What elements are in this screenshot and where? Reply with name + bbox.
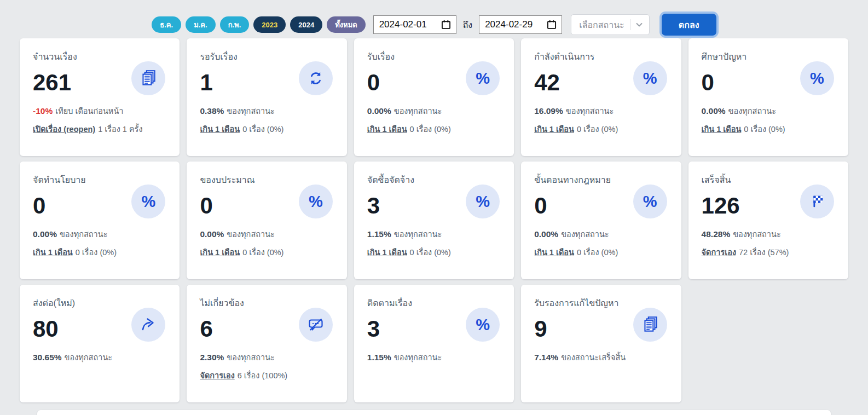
- card-stat-line: 1.15%ของทุกสถานะ: [367, 228, 501, 240]
- stat-card: ส่งต่อ(ใหม่) 80 30.65%ของทุกสถานะ: [20, 285, 180, 402]
- card-link-caption: 0 เรื่อง (0%): [242, 125, 283, 134]
- date-to-input[interactable]: [485, 19, 542, 30]
- stat-card: จัดทำนโยบาย 0 % 0.00%ของทุกสถานะ เกิน 1 …: [20, 162, 180, 279]
- card-link-caption: 0 เรื่อง (0%): [577, 248, 618, 257]
- card-stat-caption: ของทุกสถานะ: [728, 107, 777, 116]
- card-link-caption: 0 เรื่อง (0%): [744, 125, 785, 134]
- date-range-to-label: ถึง: [462, 18, 474, 32]
- date-from-input[interactable]: [379, 19, 436, 30]
- stat-card: รอรับเรื่อง 1 0.38%ของทุกสถานะ เกิน 1 เด…: [187, 38, 346, 156]
- filter-pill-5[interactable]: ทั้งหมด: [327, 16, 366, 33]
- sync-icon: [307, 70, 325, 87]
- card-link-line: เกิน 1 เดือน0 เรื่อง (0%): [534, 123, 668, 135]
- card-stat-caption: ของสถานะเสร็จสิ้น: [561, 353, 626, 362]
- stat-card: ติดตามเรื่อง 3 % 1.15%ของทุกสถานะ: [354, 285, 514, 402]
- submit-button[interactable]: ตกลง: [662, 14, 716, 36]
- card-link-line: เกิน 1 เดือน0 เรื่อง (0%): [367, 246, 501, 258]
- card-stat-percent: 30.65%: [33, 353, 62, 362]
- chevron-down-icon[interactable]: [635, 20, 644, 29]
- card-link[interactable]: เกิน 1 เดือน: [367, 248, 407, 257]
- card-link[interactable]: เกิน 1 เดือน: [534, 248, 574, 257]
- card-stat-line: 0.00%ของทุกสถานะ: [534, 228, 668, 240]
- card-stat-percent: 0.00%: [534, 229, 558, 239]
- card-stat-line: 7.14%ของสถานะเสร็จสิ้น: [534, 351, 668, 364]
- card-link[interactable]: เปิดเรื่อง (reopen): [33, 125, 95, 134]
- calendar-icon[interactable]: [546, 19, 557, 30]
- stat-card: รับเรื่อง 0 % 0.00%ของทุกสถานะ เกิน 1 เด…: [354, 38, 514, 156]
- card-link-line: เกิน 1 เดือน0 เรื่อง (0%): [200, 123, 333, 135]
- calendar-icon[interactable]: [441, 19, 452, 30]
- card-stat-caption: เทียบ เดือนก่อนหน้า: [55, 107, 123, 116]
- card-stat-percent: -10%: [33, 106, 53, 116]
- percent-icon: %: [476, 71, 490, 87]
- filter-pill-1[interactable]: ม.ค.: [186, 16, 216, 33]
- card-stat-line: 0.00%ของทุกสถานะ: [702, 105, 835, 117]
- card-link-caption: 0 เรื่อง (0%): [410, 125, 451, 134]
- card-stat-percent: 1.15%: [367, 229, 391, 239]
- filter-toolbar: ธ.ค.ม.ค.ก.พ.20232024ทั้งหมด ถึง เลือกสถา…: [0, 0, 868, 38]
- share-icon: [139, 315, 158, 334]
- card-stat-percent: 0.00%: [33, 229, 57, 239]
- stat-card: ไม่เกี่ยวข้อง 6 2.30%ของทุกสถานะ จัดการเ…: [187, 285, 346, 402]
- filter-pill-0[interactable]: ธ.ค.: [152, 16, 181, 33]
- status-select-placeholder: เลือกสถานะ: [579, 18, 624, 32]
- filter-pill-3[interactable]: 2023: [253, 16, 286, 33]
- card-link-caption: 0 เรื่อง (0%): [76, 248, 117, 257]
- percent-icon: %: [309, 194, 323, 210]
- filter-pill-2[interactable]: ก.พ.: [220, 16, 250, 33]
- card-stat-caption: ของทุกสถานะ: [227, 353, 275, 362]
- card-link-line: เกิน 1 เดือน0 เรื่อง (0%): [33, 246, 166, 258]
- stat-card: ศึกษาปัญหา 0 % 0.00%ของทุกสถานะ เกิน 1 เ…: [688, 38, 848, 156]
- card-link-line: เกิน 1 เดือน0 เรื่อง (0%): [367, 123, 501, 135]
- percent-icon: %: [476, 194, 490, 210]
- bottom-panel: [37, 410, 831, 415]
- card-stat-line: 0.00%ของทุกสถานะ: [200, 228, 333, 240]
- filter-pill-4[interactable]: 2024: [290, 16, 322, 33]
- card-link[interactable]: จัดการเอง: [200, 371, 234, 380]
- card-stat-caption: ของทุกสถานะ: [227, 107, 275, 116]
- card-link-line: เปิดเรื่อง (reopen)1 เรื่อง 1 ครั้ง: [33, 123, 166, 135]
- card-link-line: จัดการเอง72 เรื่อง (57%): [702, 246, 835, 258]
- card-stat-caption: ของทุกสถานะ: [227, 230, 275, 239]
- card-link[interactable]: เกิน 1 เดือน: [200, 125, 240, 134]
- card-stat-percent: 0.00%: [200, 229, 224, 239]
- card-stat-caption: ของทุกสถานะ: [394, 353, 442, 362]
- card-stat-caption: ของทุกสถานะ: [394, 107, 442, 116]
- card-stat-percent: 16.09%: [534, 106, 563, 116]
- flag-icon: [808, 193, 826, 210]
- stat-card: ของบประมาณ 0 % 0.00%ของทุกสถานะ เกิน 1 เ…: [187, 162, 346, 279]
- card-link-line: เกิน 1 เดือน0 เรื่อง (0%): [534, 246, 668, 258]
- card-link[interactable]: จัดการเอง: [702, 248, 736, 257]
- card-link[interactable]: เกิน 1 เดือน: [702, 125, 742, 134]
- card-stat-percent: 1.15%: [367, 353, 391, 362]
- card-stat-line: -10%เทียบ เดือนก่อนหน้า: [33, 105, 166, 117]
- card-link[interactable]: เกิน 1 เดือน: [534, 125, 574, 134]
- card-link[interactable]: เกิน 1 เดือน: [200, 248, 240, 257]
- card-stat-line: 16.09%ของทุกสถานะ: [534, 105, 668, 117]
- comment-slash-icon: [306, 315, 325, 334]
- card-stat-line: 0.38%ของทุกสถานะ: [200, 105, 333, 117]
- card-stat-line: 0.00%ของทุกสถานะ: [367, 105, 501, 117]
- card-stat-percent: 0.38%: [200, 106, 224, 116]
- card-link-caption: 0 เรื่อง (0%): [410, 248, 451, 257]
- card-link-line: เกิน 1 เดือน0 เรื่อง (0%): [200, 246, 333, 258]
- card-link[interactable]: เกิน 1 เดือน: [367, 125, 407, 134]
- card-link-caption: 0 เรื่อง (0%): [242, 248, 283, 257]
- stat-card: เสร็จสิ้น 126 48.28%ของทุกสถานะ จัดการเอ…: [688, 162, 848, 279]
- card-link-caption: 6 เรื่อง (100%): [238, 371, 287, 380]
- card-link-caption: 72 เรื่อง (57%): [739, 248, 789, 257]
- stat-card: รับรองการแก้ไขปัญหา 9 7.14%ของสถานะเสร็จ…: [521, 285, 681, 402]
- select-divider: [630, 19, 630, 30]
- card-link[interactable]: เกิน 1 เดือน: [33, 248, 73, 257]
- stat-card: จัดซื้อจัดจ้าง 3 % 1.15%ของทุกสถานะ เกิน…: [354, 162, 514, 279]
- card-stat-line: 2.30%ของทุกสถานะ: [200, 351, 333, 364]
- percent-icon: %: [643, 194, 657, 210]
- stat-card: ขั้นตอนทางกฎหมาย 0 % 0.00%ของทุกสถานะ เก…: [521, 162, 681, 279]
- status-select[interactable]: เลือกสถานะ: [571, 14, 650, 35]
- card-stat-line: 48.28%ของทุกสถานะ: [702, 228, 835, 240]
- card-stat-caption: ของทุกสถานะ: [394, 230, 442, 239]
- date-from-field[interactable]: [373, 15, 456, 34]
- date-to-field[interactable]: [479, 15, 562, 34]
- card-link-caption: 1 เรื่อง 1 ครั้ง: [98, 125, 142, 134]
- card-stat-caption: ของทุกสถานะ: [566, 107, 614, 116]
